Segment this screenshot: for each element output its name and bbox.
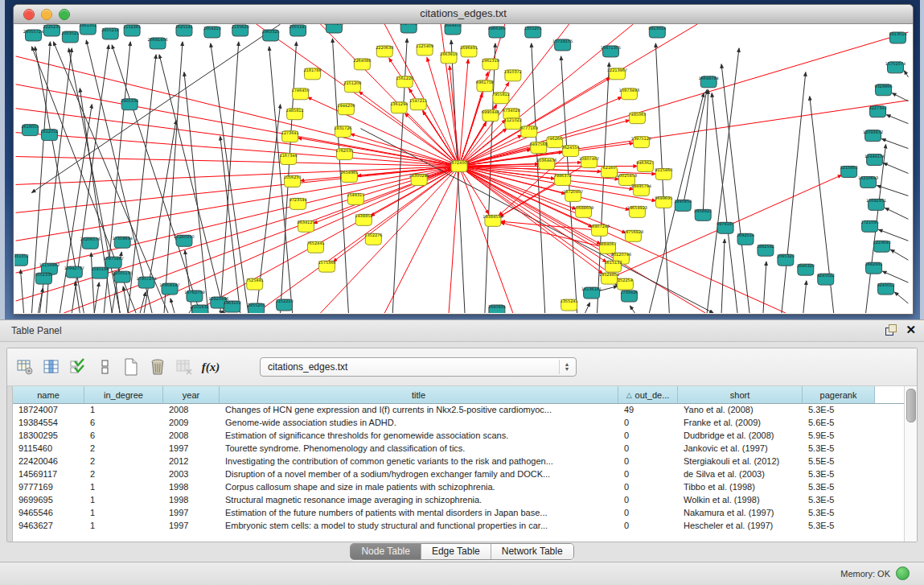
float-window-icon[interactable] [885, 323, 897, 336]
svg-text:19654923: 19654923 [627, 205, 647, 210]
new-document-icon[interactable] [121, 357, 141, 377]
svg-text:1882542: 1882542 [757, 244, 774, 249]
table-cell: 0 [618, 443, 678, 453]
table-row[interactable]: 1872400712008Changes of HCN gene express… [13, 403, 904, 416]
table-cell: 0 [618, 482, 678, 492]
table-row[interactable]: 1456911722003Disruption of a novel membe… [13, 468, 904, 480]
delete-trash-icon[interactable] [148, 357, 167, 377]
table-cell: 1 [84, 521, 163, 530]
svg-text:1692931: 1692931 [865, 262, 883, 266]
svg-text:15692931: 15692931 [866, 198, 886, 203]
svg-text:12505135: 12505135 [113, 270, 133, 275]
svg-text:9463627: 9463627 [636, 160, 654, 165]
column-header-short[interactable]: short [678, 386, 803, 403]
table-row[interactable]: 977716911998Corpus callosum shape and si… [13, 480, 904, 493]
svg-text:1056237: 1056237 [284, 175, 302, 179]
table-cell: 0 [618, 521, 678, 530]
table-cell: 5.3E-5 [803, 482, 875, 492]
table-header-row: namein_degreeyeartitle△out_de...shortpag… [13, 386, 904, 404]
table-cell: 5.5E-5 [803, 456, 875, 466]
svg-text:10975487: 10975487 [104, 256, 124, 261]
column-edit-icon[interactable] [42, 357, 61, 377]
table-row[interactable]: 969969511998Structural magnetic resonanc… [13, 493, 904, 506]
table-cell: 0 [618, 418, 678, 427]
table-cell: 2003 [163, 469, 220, 479]
svg-text:14136141: 14136141 [581, 286, 602, 291]
table-cell: Nakamura et al. (1997) [678, 508, 803, 517]
column-header-name[interactable]: name [13, 386, 84, 403]
table-cell: Investigating the contribution of common… [220, 456, 618, 466]
table-selector-dropdown[interactable]: citations_edges.txt ▲▼ [260, 357, 577, 377]
svg-text:8634127: 8634127 [297, 220, 314, 225]
table-row[interactable]: 1830029562008Estimation of significance … [13, 429, 904, 442]
svg-text:19756928: 19756928 [623, 229, 643, 234]
tab-node-table[interactable]: Node Table [351, 544, 421, 559]
svg-text:1152265: 1152265 [123, 24, 141, 29]
svg-text:1545194: 1545194 [91, 266, 109, 271]
svg-text:18720407: 18720407 [563, 189, 583, 194]
table-row[interactable]: 946554611997Estimation of the future num… [13, 506, 904, 519]
network-window-titlebar[interactable]: citations_edges.txt [14, 5, 913, 24]
table-row[interactable]: 2242004622012Investigating the contribut… [13, 455, 904, 468]
svg-text:1355241: 1355241 [561, 299, 578, 303]
tab-network-table[interactable]: Network Table [491, 544, 573, 559]
table-cell: Stergiakouli et al. (2012) [678, 456, 803, 466]
network-window[interactable]: citations_edges.txt 18724007122139671097… [13, 4, 914, 315]
vertical-scrollbar[interactable] [904, 386, 917, 542]
select-rows-icon[interactable] [68, 357, 88, 377]
table-cell: 49 [618, 405, 678, 414]
svg-text:1944209: 1944209 [337, 103, 355, 108]
svg-text:2055147: 2055147 [290, 24, 307, 29]
svg-text:11156862: 11156862 [39, 262, 60, 267]
table-cell: 5.3E-5 [803, 405, 875, 414]
table-cell: Estimation of the future numbers of pati… [220, 508, 618, 517]
scrollbar-thumb[interactable] [906, 389, 916, 422]
svg-text:20206576: 20206576 [80, 237, 101, 241]
svg-text:12444154: 12444154 [864, 154, 885, 159]
table-row[interactable]: 911546021997Tourette syndrome. Phenomeno… [13, 442, 904, 455]
function-builder-icon[interactable]: f(x) [201, 357, 220, 377]
network-canvas[interactable]: 1872400712213967109734937485063139751259… [14, 24, 912, 313]
tab-edge-table[interactable]: Edge Table [421, 544, 491, 559]
svg-text:1547211: 1547211 [409, 98, 427, 103]
svg-text:1664910: 1664910 [444, 24, 462, 27]
svg-text:6961758: 6961758 [476, 80, 494, 84]
column-header-title[interactable]: title [220, 386, 618, 403]
table-cell: 2 [84, 456, 163, 466]
status-bar: Memory: OK [0, 562, 924, 585]
svg-text:6734028: 6734028 [503, 108, 520, 113]
table-row[interactable]: 946362711997Embryonic stem cells: a mode… [13, 519, 904, 532]
svg-text:17359934: 17359934 [113, 236, 133, 241]
svg-text:1438852: 1438852 [355, 213, 372, 218]
sort-ascending-icon: △ [626, 391, 632, 399]
svg-text:746266: 746266 [547, 136, 562, 141]
table-cell: 18300295 [13, 431, 84, 440]
table-row[interactable]: 1938455462009Genome-wide association stu… [13, 416, 904, 429]
svg-text:15751074: 15751074 [885, 61, 906, 66]
column-header-year[interactable]: year [163, 386, 220, 403]
header-filler [875, 386, 904, 403]
column-header-out_de[interactable]: △out_de... [618, 386, 678, 403]
column-header-in_degree[interactable]: in_degree [84, 386, 163, 403]
table-cell: 1 [84, 495, 163, 505]
svg-text:1625141: 1625141 [175, 24, 193, 29]
svg-text:7525441: 7525441 [246, 278, 264, 282]
svg-text:1931352: 1931352 [14, 253, 29, 258]
table-cell: 2012 [163, 456, 220, 466]
table-panel-inset: f(x) citations_edges.txt ▲▼ namein_degre… [6, 348, 918, 542]
column-header-pagerank[interactable]: pagerank [803, 386, 875, 403]
svg-text:10025458: 10025458 [617, 173, 637, 178]
table-cell: Estimation of significance thresholds fo… [220, 431, 618, 440]
table-settings-icon[interactable] [15, 357, 35, 377]
svg-text:1961319: 1961319 [482, 58, 499, 63]
svg-text:1963102: 1963102 [224, 300, 241, 305]
table-cell: 0 [618, 431, 678, 440]
svg-text:2616055: 2616055 [21, 124, 39, 129]
svg-text:1575369: 1575369 [318, 260, 335, 265]
svg-text:1561220: 1561220 [396, 76, 413, 80]
table-cell: 2 [84, 443, 163, 453]
svg-text:20364436: 20364436 [536, 158, 556, 163]
svg-text:9329966: 9329966 [874, 84, 892, 89]
row-height-icon[interactable] [95, 357, 114, 377]
close-panel-icon[interactable]: ✕ [906, 323, 916, 336]
